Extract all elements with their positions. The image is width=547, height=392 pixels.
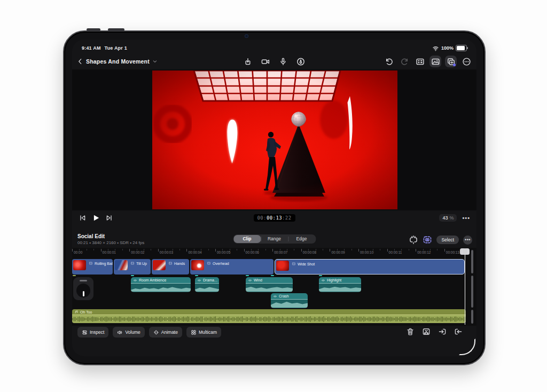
speaker-icon [117,330,123,335]
pencil-icon[interactable] [295,56,307,67]
clip-thumbnail [115,260,128,270]
volume-button[interactable]: Volume [113,327,144,338]
ruler-tick [416,249,416,252]
film-icon [89,261,93,265]
ruler-minor-tick [316,249,316,250]
ruler-tick [444,249,445,252]
title-chevron-down-icon[interactable] [152,56,158,67]
timeline-scrollbar-segment[interactable] [471,250,473,273]
timeline-scrollbar-segment[interactable] [471,276,473,308]
wifi-icon [432,45,439,52]
multicam-button[interactable]: Multicam [186,327,221,338]
append-icon[interactable] [454,327,463,336]
button-label: Animate [161,330,178,335]
ruler-label: 00:00:03 [160,250,173,254]
ruler-label: 00:00:01 [103,250,116,254]
ruler-label: 00:00:09 [331,250,345,254]
more-icon[interactable] [460,56,472,67]
clip-name: Wide Shot [298,262,315,266]
keyframe-icon [153,330,159,335]
microphone-icon[interactable] [277,56,289,67]
inspect-button[interactable]: Inspect [77,327,108,338]
ruler-minor-tick [423,249,424,250]
background-clip-icon[interactable] [423,234,432,246]
ruler-minor-tick [294,249,294,250]
layout-grid-icon[interactable] [414,56,426,67]
bottom-toolbar: InspectVolumeAnimateMulticam [72,327,476,340]
ruler-minor-tick [201,249,201,250]
camera-icon[interactable] [260,56,271,67]
video-clip-hands[interactable]: Hands [152,259,189,275]
clip-thumbnail [73,260,86,270]
audio-waveform [131,284,191,292]
media-browser-icon[interactable] [429,56,441,67]
ruler-minor-tick [230,249,230,250]
clip-name: Rolling Ball [95,262,113,265]
status-date: Tue Apr 1 [105,45,127,51]
segment-edge[interactable]: Edge [288,235,315,243]
detach-clip-icon[interactable] [409,234,418,246]
timecode-frames: :22 [282,215,291,221]
ruler-minor-tick [222,249,223,250]
timeline-scrollbar-segment[interactable] [471,310,473,324]
film-icon [130,261,135,265]
skip-back-button[interactable] [79,212,87,224]
clip-name: Wind [254,278,262,282]
audio-clip-wind[interactable]: Wind [246,277,293,292]
ruler-tick [186,249,187,252]
multicam-icon [191,330,197,335]
segment-range[interactable]: Range [261,235,288,243]
blade-icon[interactable] [422,327,431,336]
project-title[interactable]: Shapes And Movement [86,58,150,65]
audio-jog-dial[interactable] [73,277,93,300]
transport-bar: 00:00:13:22 43% ••• [72,210,476,225]
video-clip-wide-shot[interactable]: Wide Shot [275,259,465,275]
ruler-label: 00:00:07 [274,250,287,254]
video-clip-overhead[interactable]: Overhead [190,259,274,275]
back-button[interactable] [76,56,84,67]
front-camera [245,35,248,37]
screen-corner-highlight [459,339,475,355]
ruler-tick [330,249,330,252]
audio-waveform [319,284,361,292]
audio-waveform [195,284,219,292]
music-track[interactable]: Oh Too [72,309,466,323]
video-clip-rolling-ball[interactable]: Rolling Ball [72,259,113,275]
video-clip-tilt-up[interactable]: Tilt Up [114,259,151,275]
ruler-minor-tick [251,249,252,250]
ruler-tick [101,249,101,252]
insert-icon[interactable] [438,327,447,336]
playhead[interactable] [465,249,466,325]
audio-clip-highlight[interactable]: Highlight [319,277,361,292]
ruler-label: 00:00:06 [246,250,259,254]
ruler-minor-tick [323,249,323,250]
video-preview-frame[interactable] [152,70,397,209]
audio-clip-room-ambience[interactable]: Room Ambience [131,277,191,292]
ruler-tick [301,249,302,252]
timeline-more-button[interactable]: ••• [463,236,472,245]
play-button[interactable] [91,212,100,224]
ruler-minor-tick [237,249,237,250]
import-icon[interactable] [242,56,254,67]
audio-clip-drama-[interactable]: Drama... [195,277,219,292]
timecode-main: 00:13 [267,215,282,221]
undo-icon[interactable] [383,56,395,67]
audio-clip-crash[interactable]: Crash [271,293,308,308]
ruler-minor-tick [437,249,437,250]
select-button[interactable]: Select [436,236,459,244]
ruler-minor-tick [79,249,80,250]
animate-button[interactable]: Animate [149,327,182,338]
dial-icon [76,284,90,297]
zoom-level-control[interactable]: 43% [439,214,457,222]
audio-levels-icon [197,278,201,283]
timeline-ruler[interactable]: 00:0000:00:0100:00:0200:00:0300:00:0400:… [72,248,467,256]
viewer-more-button[interactable]: ••• [462,215,470,221]
redo-icon[interactable] [398,56,410,67]
trash-icon[interactable] [406,327,415,336]
ruler-minor-tick [337,249,338,250]
paste-clip-icon[interactable] [445,56,457,67]
music-notes-icon [74,310,79,314]
timeline[interactable]: 00:0000:00:0100:00:0200:00:0300:00:0400:… [72,248,476,326]
segment-clip[interactable]: Clip [233,235,261,243]
skip-forward-button[interactable] [105,212,113,224]
